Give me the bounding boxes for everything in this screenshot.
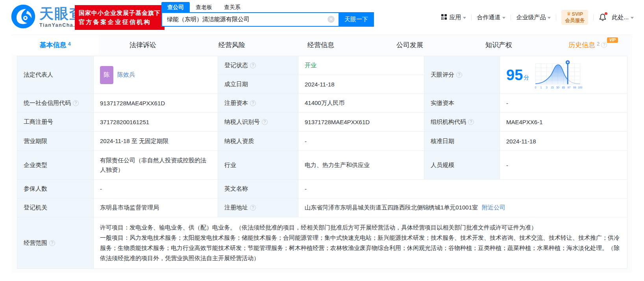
search-tab-boss[interactable]: 查老板 (190, 2, 218, 12)
divider (511, 15, 511, 20)
field-value-org-code: MAE4PXX6-1 (500, 113, 627, 132)
nav-apps-label: 应用 (449, 14, 461, 21)
header-nav: 应用 合作通道 企业级产品 ♛SVIP 会员服务 此处... (441, 9, 634, 25)
value-text: 91371728MAE4PXX61D (100, 100, 165, 107)
help-icon[interactable] (456, 72, 462, 78)
tab-label: 公司发展 (396, 40, 423, 50)
help-icon[interactable] (262, 119, 268, 125)
field-value-insured-count: - (94, 180, 218, 198)
field-label-legal-rep: 法定代表人 (17, 56, 94, 94)
field-label-taxpayer-quali: 纳税人资质 (218, 132, 298, 151)
field-value-est-date: 2024-11-18 (298, 75, 424, 94)
address-text: 山东省菏泽市东明县城关街道五四路西段北侧锦绣城1单元01001室 (305, 204, 478, 211)
divider (556, 15, 556, 20)
status-badge: 开业 (305, 62, 316, 69)
label-text: 注册地址 (224, 204, 248, 211)
label-text: 英文名称 (224, 185, 248, 193)
value-text: 2024-11-18 (305, 81, 335, 88)
field-value-business-scope: 许可项目：发电业务、输电业务、供（配）电业务。（依法须经批准的项目，经相关部门批… (94, 217, 627, 269)
label-text: 法定代表人 (24, 71, 53, 79)
help-icon[interactable] (250, 205, 256, 211)
search-button[interactable]: 天眼一下 (339, 12, 374, 27)
field-label-company-type: 企业类型 (17, 151, 94, 180)
field-label-insured-count: 参保人数 (17, 180, 94, 198)
svip-service-label: 会员服务 (565, 17, 585, 24)
help-icon[interactable] (250, 100, 256, 106)
nav-partner-channel[interactable]: 合作通道 (477, 14, 505, 21)
value-text: - (305, 185, 307, 192)
svg-text:97: 97 (568, 86, 571, 89)
nav-enterprise-products[interactable]: 企业级产品 (516, 14, 551, 21)
field-label-reg-capital: 注册资本 (218, 94, 298, 113)
search-tab-relation[interactable]: 查关系 (218, 2, 246, 12)
tab-label: 经营风险 (218, 40, 245, 50)
clear-search-icon[interactable]: ✕ (328, 16, 335, 23)
field-value-legal-rep: 陈 陈效兵 (94, 56, 218, 94)
score-value: 95 (506, 68, 523, 83)
field-value-taxpayer-id: 91371728MAE4PXX61D (298, 113, 424, 132)
field-label-reg-address: 注册地址 (218, 198, 298, 217)
tab-history-info[interactable]: VIP 历史信息 2 (543, 35, 632, 55)
tab-business-risk[interactable]: 经营风险 (187, 35, 276, 55)
tab-count: 4 (68, 41, 70, 47)
chevron-down-icon (502, 17, 505, 19)
field-value-business-term: 2024-11-18 至 无固定期限 (94, 132, 218, 151)
field-label-est-date: 成立日期 (218, 75, 298, 94)
svip-label: SVIP (572, 11, 583, 17)
value-text: - (100, 185, 102, 192)
label-text: 实缴资本 (431, 99, 454, 107)
field-label-business-scope: 经营范围 (17, 217, 94, 269)
notification-dot (605, 12, 607, 15)
tab-intellectual-property[interactable]: 知识产权 (454, 35, 543, 55)
svip-member-badge[interactable]: ♛SVIP 会员服务 (561, 10, 588, 25)
legal-rep-link[interactable]: 陈效兵 (117, 71, 135, 79)
field-value-staff-size: - (500, 151, 627, 180)
tab-company-development[interactable]: 公司发展 (365, 35, 454, 55)
nav-user-menu[interactable]: 此处... (612, 14, 634, 21)
field-value-credit-code: 91371728MAE4PXX61D (94, 94, 218, 113)
help-icon[interactable] (250, 62, 256, 68)
crown-icon: ♛ (567, 11, 571, 17)
label-text: 纳税人资质 (224, 138, 254, 145)
search-input[interactable] (161, 12, 339, 27)
label-text: 企业类型 (24, 162, 47, 169)
label-text: 成立日期 (224, 81, 248, 88)
nav-partner-label: 合作通道 (477, 14, 500, 21)
label-text: 纳税人识别号 (224, 118, 260, 126)
search-tab-company[interactable]: 查公司 (161, 2, 190, 12)
search-tabs: 查公司 查老板 查关系 (161, 2, 374, 12)
help-icon[interactable] (49, 240, 55, 246)
svg-text:3: 3 (546, 86, 548, 89)
tab-business-info[interactable]: 经营信息 (276, 35, 365, 55)
svg-text:1: 1 (540, 86, 542, 89)
help-icon[interactable] (468, 119, 474, 125)
tab-label: 历史信息 (568, 40, 595, 50)
nearby-companies-link[interactable]: 附近公司 (482, 204, 505, 211)
tab-legal-proceedings[interactable]: 法律诉讼 (98, 35, 187, 55)
value-text: - (506, 162, 508, 169)
vip-badge: VIP (607, 37, 618, 43)
label-text: 参保人数 (24, 185, 47, 193)
divider (593, 15, 594, 20)
field-value-reg-address: 山东省菏泽市东明县城关街道五四路西段北侧锦绣城1单元01001室 附近公司 (298, 198, 627, 217)
tab-label: 法律诉讼 (130, 40, 156, 50)
tab-count: 2 (597, 41, 600, 47)
nav-apps[interactable]: 应用 (441, 14, 466, 21)
legal-rep-avatar[interactable]: 陈 (100, 66, 113, 84)
field-label-industry: 行业 (218, 151, 298, 180)
notifications-bell-icon[interactable] (599, 13, 607, 22)
label-text: 行业 (224, 162, 236, 169)
help-icon[interactable] (601, 42, 607, 48)
field-value-taxpayer-quali: - (298, 132, 424, 151)
label-text: 登记机关 (24, 204, 47, 211)
value-text: 91371728MAE4PXX61D (305, 119, 370, 125)
label-text: 经营范围 (24, 239, 47, 247)
tab-label: 知识产权 (485, 40, 512, 50)
value-text: 371728200161251 (100, 119, 149, 125)
field-label-english-name: 英文名称 (218, 180, 298, 198)
label-text: 天眼评分 (431, 71, 454, 79)
tab-basic-info[interactable]: 基本信息 4 (12, 35, 98, 55)
gov-badge-line1: 国家中小企业发展子基金旗下 (79, 8, 161, 17)
field-label-approval-date: 核准日期 (424, 132, 500, 151)
help-icon[interactable] (73, 100, 79, 106)
